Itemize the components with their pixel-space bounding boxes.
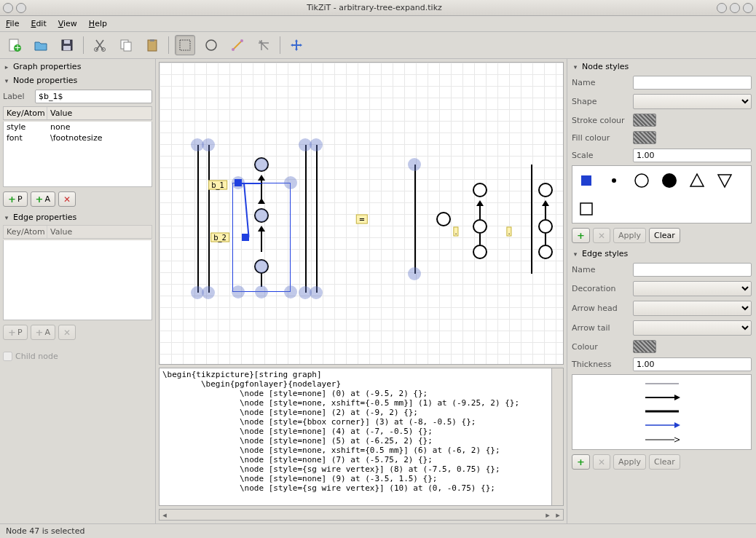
edge-styles-header[interactable]: ▾Edge styles <box>572 248 752 260</box>
open-button[interactable] <box>31 35 51 55</box>
es-name-input[interactable] <box>633 263 752 277</box>
edge-properties-header[interactable]: ▾Edge properties <box>3 211 152 223</box>
es-colour-swatch[interactable] <box>633 340 656 353</box>
node-remove-button[interactable]: ✕ <box>58 191 76 207</box>
canvas-label-b1[interactable]: b_1 <box>208 181 227 190</box>
svg-point-20 <box>662 173 677 188</box>
canvas[interactable]: b_1 b_2 = . . <box>159 62 564 365</box>
es-decoration-select[interactable] <box>633 281 752 296</box>
kv-col-key: Key/Atom <box>4 107 47 119</box>
menu-edit[interactable]: Edit <box>31 19 46 28</box>
svg-rect-9 <box>124 42 131 51</box>
kv-col-value: Value <box>47 107 75 119</box>
es-arrowhead-label: Arrow head <box>572 304 630 313</box>
crop-tool[interactable] <box>253 35 274 55</box>
pal-square-open[interactable] <box>578 201 594 217</box>
edge-style-palette[interactable] <box>572 374 752 450</box>
select-tool[interactable] <box>175 35 195 55</box>
ns-stroke-swatch[interactable] <box>633 114 656 127</box>
edge-kv-header: Key/Atom Value <box>3 225 152 239</box>
ns-fill-label: Fill colour <box>572 133 630 143</box>
ns-add-button[interactable]: + <box>572 228 590 243</box>
svg-line-14 <box>233 41 242 50</box>
pal-circle-open[interactable] <box>634 173 650 189</box>
node-style-palette[interactable] <box>572 165 752 223</box>
svg-point-13 <box>206 40 216 50</box>
save-button[interactable] <box>57 35 77 55</box>
menubar: File Edit View Help <box>0 16 756 32</box>
close-btn[interactable] <box>743 3 753 13</box>
edge-tool[interactable] <box>227 35 248 55</box>
pal-triangle-down[interactable] <box>717 173 733 189</box>
svg-rect-11 <box>150 39 154 41</box>
maximize-btn[interactable] <box>730 3 740 13</box>
node-kv-header: Key/Atom Value <box>3 106 152 120</box>
pal-line-arrow-blue[interactable] <box>644 422 680 429</box>
edge-add-prop-button: +P <box>3 325 28 340</box>
es-thickness-label: Thickness <box>572 360 630 369</box>
ns-apply-button: Apply <box>613 228 646 243</box>
pal-line-plain[interactable] <box>644 381 680 387</box>
ns-clear-button[interactable]: Clear <box>649 228 680 243</box>
ns-name-input[interactable] <box>633 76 752 90</box>
edge-properties-label: Edge properties <box>13 213 76 222</box>
ns-remove-button: ✕ <box>593 228 610 243</box>
window-shade-btn[interactable] <box>16 3 26 13</box>
node-styles-header[interactable]: ▾Node styles <box>572 60 752 73</box>
canvas-small-label: . <box>506 227 511 237</box>
graph-properties-header[interactable]: ▸Graph properties <box>3 60 152 73</box>
edge-remove-button: ✕ <box>58 325 76 340</box>
new-button[interactable]: + <box>4 35 25 55</box>
ns-stroke-label: Stroke colour <box>572 116 630 125</box>
pal-line-arrow-thin[interactable] <box>644 436 680 443</box>
svg-rect-10 <box>148 40 157 51</box>
canvas-label-b2[interactable]: b_2 <box>210 233 229 242</box>
pal-triangle-up[interactable] <box>689 173 705 189</box>
pal-line-thick[interactable] <box>644 408 680 414</box>
center-area: b_1 b_2 = . . <box>156 59 567 523</box>
pal-blue-square[interactable] <box>578 173 594 189</box>
es-apply-button: Apply <box>613 454 646 470</box>
copy-button[interactable] <box>116 35 136 55</box>
pal-line-arrow-black[interactable] <box>644 394 680 401</box>
es-arrowtail-select[interactable] <box>633 320 752 336</box>
edge-add-atom-button: +A <box>31 325 55 340</box>
code-vscrollbar[interactable] <box>552 368 564 506</box>
es-arrowhead-select[interactable] <box>633 301 752 316</box>
kv-row: font\footnotesize <box>4 132 151 143</box>
node-add-atom-button[interactable]: +A <box>31 191 55 207</box>
menu-help[interactable]: Help <box>89 19 107 28</box>
es-thickness-input[interactable] <box>633 357 752 371</box>
move-tool[interactable] <box>286 35 307 55</box>
paste-button[interactable] <box>142 35 162 55</box>
svg-rect-4 <box>64 40 70 44</box>
ns-scale-input[interactable] <box>633 149 752 162</box>
edge-kv-list[interactable] <box>3 240 152 320</box>
node-label-input[interactable] <box>35 90 152 103</box>
es-arrowtail-label: Arrow tail <box>572 323 630 333</box>
ns-fill-swatch[interactable] <box>633 131 656 144</box>
pal-circle-filled[interactable] <box>661 173 677 189</box>
node-kv-list[interactable]: stylenone font\footnotesize <box>3 122 152 187</box>
node-tool[interactable] <box>201 35 221 55</box>
window-menu-btn[interactable] <box>3 3 13 13</box>
node-properties-header[interactable]: ▾Node properties <box>3 74 152 87</box>
es-add-button[interactable]: + <box>572 454 590 470</box>
node-add-prop-button[interactable]: +P <box>3 191 28 207</box>
tikz-source-view[interactable] <box>159 368 552 506</box>
left-panel: ▸Graph properties ▾Node properties Label… <box>0 59 156 523</box>
canvas-hscrollbar[interactable]: ◂▸▸ <box>159 509 564 521</box>
cut-button[interactable] <box>90 35 110 55</box>
es-remove-button: ✕ <box>593 454 610 470</box>
ns-name-label: Name <box>572 78 630 87</box>
child-node-label: Child node <box>15 352 58 361</box>
canvas-label-eq[interactable]: = <box>356 215 368 224</box>
canvas-small-label: . <box>453 227 458 237</box>
pal-dot[interactable] <box>606 173 622 189</box>
minimize-btn[interactable] <box>717 3 727 13</box>
menu-view[interactable]: View <box>58 19 77 28</box>
ns-shape-select[interactable] <box>633 94 752 109</box>
svg-point-16 <box>240 39 243 42</box>
menu-file[interactable]: File <box>6 19 19 28</box>
statusbar: Node 47 is selected <box>0 523 756 538</box>
